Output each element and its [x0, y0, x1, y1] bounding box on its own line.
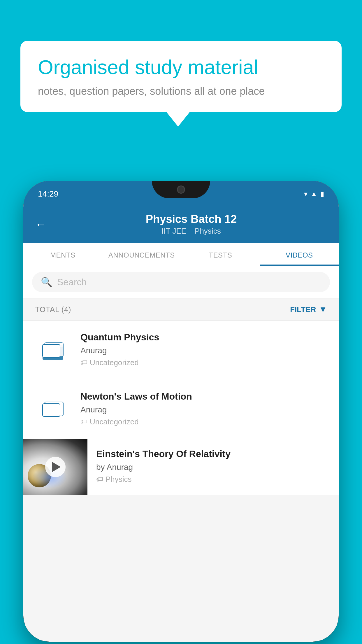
header-title-area: Physics Batch 12 IIT JEE Physics — [55, 213, 327, 236]
video-author-2: Anurag — [80, 405, 328, 414]
video-tag-3: 🏷 Physics — [96, 475, 330, 484]
header-title: Physics Batch 12 — [55, 213, 327, 225]
app-header: ← Physics Batch 12 IIT JEE Physics — [23, 207, 339, 243]
total-label: TOTAL (4) — [35, 305, 71, 314]
speech-bubble-title: Organised study material — [38, 55, 324, 79]
tab-tests[interactable]: TESTS — [181, 243, 260, 266]
tag-icon-1: 🏷 — [80, 358, 87, 367]
video-author-1: Anurag — [80, 346, 328, 355]
video-thumbnail-3 — [23, 439, 87, 495]
speech-bubble-subtitle: notes, question papers, solutions all at… — [38, 85, 324, 97]
search-icon: 🔍 — [41, 276, 52, 288]
search-container: 🔍 Search — [23, 266, 339, 298]
search-input-wrapper[interactable]: 🔍 Search — [32, 272, 330, 292]
speech-bubble-arrow — [166, 112, 190, 127]
list-item[interactable]: Newton's Laws of Motion Anurag 🏷 Uncateg… — [23, 380, 339, 439]
back-button[interactable]: ← — [35, 218, 47, 231]
svg-rect-7 — [43, 404, 60, 416]
folder-icon-1 — [41, 339, 64, 362]
wifi-icon: ▾ — [304, 190, 307, 198]
status-time: 14:29 — [38, 189, 58, 199]
list-item[interactable]: Einstein's Theory Of Relativity by Anura… — [23, 439, 339, 495]
video-info-2: Newton's Laws of Motion Anurag 🏷 Uncateg… — [80, 391, 328, 426]
status-bar: 14:29 ▾ ▲ ▮ — [23, 181, 339, 207]
tag-label-1: Uncategorized — [90, 358, 139, 367]
tab-videos[interactable]: VIDEOS — [260, 243, 339, 266]
status-icons: ▾ ▲ ▮ — [304, 190, 324, 198]
tag-icon-3: 🏷 — [96, 475, 103, 483]
video-tag-1: 🏷 Uncategorized — [80, 358, 328, 367]
speech-bubble-section: Organised study material notes, question… — [20, 41, 342, 127]
filter-label: FILTER — [290, 305, 316, 314]
filter-row: TOTAL (4) FILTER ▼ — [23, 298, 339, 321]
video-list: Quantum Physics Anurag 🏷 Uncategorized — [23, 321, 339, 495]
battery-icon: ▮ — [320, 190, 324, 198]
phone-container: 14:29 ▾ ▲ ▮ ← Physics Batch 12 — [23, 181, 339, 644]
svg-rect-5 — [43, 344, 60, 357]
video-author-3: by Anurag — [96, 463, 330, 472]
video-info-3: Einstein's Theory Of Relativity by Anura… — [87, 439, 339, 493]
tag-label-3: Physics — [106, 475, 132, 484]
header-subtitle: IIT JEE Physics — [55, 227, 327, 236]
phone-screen: 14:29 ▾ ▲ ▮ ← Physics Batch 12 — [23, 181, 339, 642]
tag-icon-2: 🏷 — [80, 418, 87, 426]
phone-outer: 14:29 ▾ ▲ ▮ ← Physics Batch 12 — [23, 181, 339, 642]
video-title-1: Quantum Physics — [80, 331, 328, 344]
video-tag-2: 🏷 Uncategorized — [80, 417, 328, 426]
signal-icon: ▲ — [310, 190, 317, 198]
video-title-3: Einstein's Theory Of Relativity — [96, 448, 330, 460]
tag-label-2: Uncategorized — [90, 417, 139, 426]
tab-announcements[interactable]: ANNOUNCEMENTS — [102, 243, 181, 266]
play-icon — [52, 462, 61, 472]
speech-bubble: Organised study material notes, question… — [20, 41, 342, 112]
filter-button[interactable]: FILTER ▼ — [290, 305, 327, 314]
search-placeholder: Search — [57, 277, 87, 288]
play-button-overlay[interactable] — [45, 457, 66, 477]
camera-sensor — [177, 186, 185, 194]
video-thumb-2 — [34, 391, 72, 428]
phone-notch — [152, 181, 210, 198]
video-thumb-1 — [34, 331, 72, 369]
tabs-container: MENTS ANNOUNCEMENTS TESTS VIDEOS — [23, 243, 339, 266]
header-subtitle-physics: Physics — [195, 227, 221, 235]
header-subtitle-iit: IIT JEE — [161, 227, 186, 235]
folder-icon-2 — [41, 398, 64, 421]
video-info-1: Quantum Physics Anurag 🏷 Uncategorized — [80, 331, 328, 367]
list-item[interactable]: Quantum Physics Anurag 🏷 Uncategorized — [23, 321, 339, 380]
video-title-2: Newton's Laws of Motion — [80, 391, 328, 403]
tab-ments[interactable]: MENTS — [23, 243, 102, 266]
filter-icon: ▼ — [319, 305, 327, 314]
